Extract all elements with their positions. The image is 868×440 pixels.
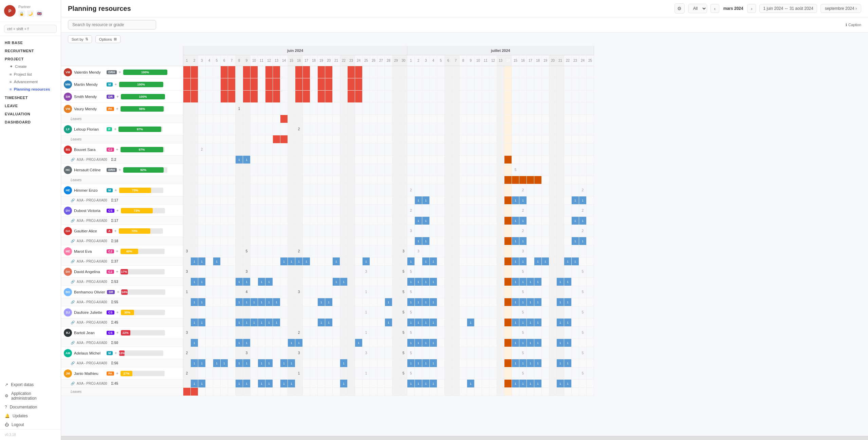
sum-label: Σ:45 — [111, 321, 118, 324]
sidebar-item-logout[interactable]: ⏻ Logout — [0, 420, 61, 429]
sub-cell — [295, 298, 303, 306]
sub-cell — [310, 156, 318, 164]
day-header-jun-10: 10 — [251, 55, 258, 66]
sidebar-item-project[interactable]: PROJECT — [0, 54, 61, 62]
resource-name: David Angelina — [74, 270, 105, 274]
lock-icon[interactable]: 🔒 — [18, 10, 25, 17]
sidebar-search-input[interactable] — [4, 25, 57, 33]
resource-row: DADavid AngelinaCJ+17% — [61, 266, 183, 278]
cal-cell — [221, 367, 228, 379]
expand-button[interactable]: + — [114, 127, 116, 132]
cal-cell — [557, 286, 564, 298]
sidebar-sub-planning-resources[interactable]: ≡ Planning resources — [0, 85, 61, 93]
sub-cell — [445, 196, 452, 204]
expand-button[interactable]: + — [119, 168, 121, 172]
leaves-cell — [579, 176, 587, 184]
caption-button[interactable]: ℹ Caption — [846, 23, 861, 27]
sub-cell — [273, 339, 280, 347]
search-input[interactable] — [68, 20, 156, 30]
cal-cell — [504, 266, 512, 278]
sidebar-sub-project-list[interactable]: ≡ Project list — [0, 71, 61, 78]
expand-button[interactable]: + — [116, 94, 119, 99]
sidebar-item-recruitment[interactable]: RECRUITMENT — [0, 46, 61, 54]
cal-cell — [430, 347, 437, 359]
project-icon: 🔗 — [71, 239, 75, 243]
sub-cell: 1 — [191, 380, 198, 387]
sidebar-item-documentation[interactable]: ? Documentation — [0, 403, 61, 412]
sidebar-sub-advancement[interactable]: ≡ Advancement — [0, 78, 61, 85]
cal-cell — [213, 286, 221, 298]
sidebar-item-export-data[interactable]: ↗ Export datas — [0, 380, 61, 389]
prev-month-button[interactable]: ‹ — [710, 4, 719, 13]
cal-cell — [198, 347, 206, 359]
expand-button[interactable]: + — [117, 290, 119, 294]
sub-cell — [265, 156, 273, 164]
sub-cal-row: 11111111111111111111 — [183, 380, 594, 388]
expand-button[interactable]: + — [115, 188, 117, 193]
sidebar-item-leave[interactable]: LEAVE — [0, 101, 61, 109]
sub-cell: 1 — [325, 319, 333, 326]
month-label-jun: juin 2024 — [183, 46, 407, 55]
sub-cell — [385, 196, 392, 204]
sub-cell — [430, 237, 437, 245]
sub-cell: 1 — [340, 278, 348, 286]
sub-cell — [392, 380, 400, 387]
sub-cell — [475, 217, 482, 225]
sidebar-item-hr-base[interactable]: HR BASE — [0, 38, 61, 46]
expand-button[interactable]: + — [116, 107, 118, 111]
day-header-jun-14: 14 — [280, 55, 288, 66]
sidebar-sub-create[interactable]: ✦ Create — [0, 62, 61, 71]
sub-cell — [452, 257, 460, 265]
sort-button[interactable]: Sort by ⇅ — [68, 35, 92, 43]
sub-cell — [355, 156, 363, 164]
planning-grid-wrapper[interactable]: juin 2024 juillet 2024 12345678910111213… — [61, 46, 868, 436]
sub-cell — [579, 319, 587, 326]
cal-cell — [183, 144, 191, 155]
cal-cell — [310, 286, 318, 298]
leaves-cell — [363, 115, 370, 123]
sidebar-item-dashboard[interactable]: DASHBOARD — [0, 117, 61, 126]
sidebar-item-app-admin[interactable]: ⚙ Application administration — [0, 389, 61, 403]
horizontal-scrollbar[interactable] — [61, 436, 868, 440]
expand-button[interactable]: + — [116, 371, 118, 376]
leaves-cell — [497, 176, 504, 184]
cal-cell — [377, 347, 385, 359]
cal-cell — [445, 266, 452, 278]
cal-cell — [422, 123, 430, 135]
cal-cell — [258, 286, 265, 298]
expand-button[interactable]: + — [116, 310, 119, 315]
sub-cell — [497, 156, 504, 164]
options-button[interactable]: Options ⊞ — [95, 35, 121, 43]
sub-cell — [303, 319, 310, 326]
sub-cell — [392, 359, 400, 367]
cal-cell — [392, 245, 400, 257]
filter-select[interactable]: All — [688, 4, 707, 13]
sidebar-search[interactable] — [0, 22, 61, 36]
expand-button[interactable]: + — [119, 70, 121, 75]
next-period-button[interactable]: septembre 2024 › — [820, 4, 861, 13]
flag-icon[interactable]: 🇬🇧 — [36, 10, 43, 17]
leaves-cell — [549, 388, 557, 396]
cal-cell — [430, 245, 437, 257]
next-month-button[interactable]: › — [747, 4, 756, 13]
settings-button[interactable]: ⚙ — [675, 3, 685, 14]
expand-button[interactable]: + — [116, 147, 118, 152]
cal-cell — [392, 66, 400, 78]
cal-cell — [392, 78, 400, 90]
expand-button[interactable]: + — [116, 269, 118, 274]
cal-cell — [325, 78, 333, 90]
sidebar-item-updates[interactable]: 🔔 Updates — [0, 412, 61, 420]
cal-cell — [325, 347, 333, 359]
moon-icon[interactable]: 🌙 — [27, 10, 34, 17]
current-month-label: mars 2024 — [721, 6, 745, 11]
expand-button[interactable]: + — [114, 229, 117, 233]
sidebar-item-evaluation[interactable]: EVALUATION — [0, 109, 61, 117]
expand-button[interactable]: + — [115, 351, 117, 356]
sub-cell: 1 — [527, 380, 534, 387]
sidebar-item-timesheet[interactable]: TIMESHEET — [0, 93, 61, 101]
cal-cell: 5 — [512, 164, 519, 176]
expand-button[interactable]: + — [116, 249, 118, 254]
expand-button[interactable]: + — [116, 330, 119, 335]
expand-button[interactable]: + — [115, 82, 117, 87]
expand-button[interactable]: + — [116, 208, 119, 213]
